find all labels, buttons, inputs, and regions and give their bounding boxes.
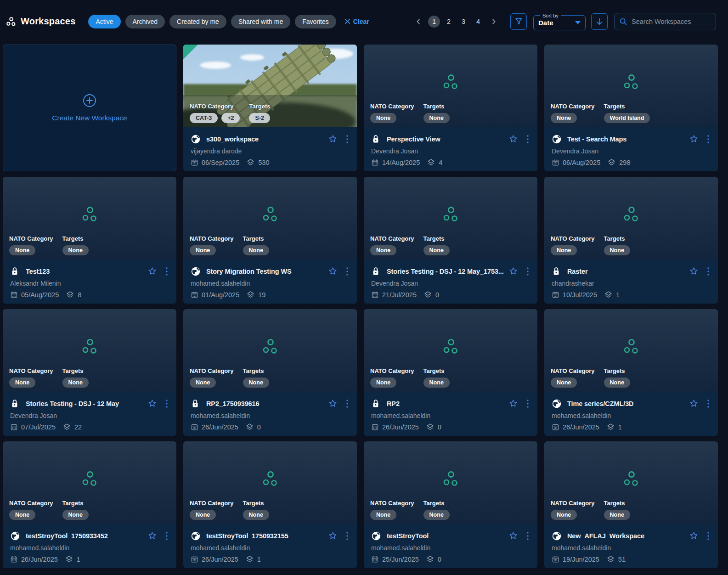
target-chip: None [423,245,450,255]
layers-icon [426,555,435,564]
favorite-star-button[interactable] [688,398,700,409]
target-chips: None [604,245,646,255]
star-icon [508,531,518,541]
nato-category-label: NATO Category [9,367,53,374]
nato-chips: None [9,378,53,388]
pagination-page-1[interactable]: 1 [428,16,440,28]
globe-icon [552,399,563,409]
workspace-card[interactable]: NATO Category CAT-3+2 Targets S-2 [183,45,357,171]
layers-icon [427,158,435,167]
workspace-count: 298 [619,159,630,166]
favorite-star-button[interactable] [327,133,339,145]
brand: Workspaces [6,16,75,27]
workspace-card[interactable]: NATO Category None Targets None [544,441,718,568]
lock-icon [552,266,563,276]
workspace-placeholder-logo-icon [622,205,640,224]
pagination-page-2[interactable]: 2 [443,16,455,28]
workspace-preview: NATO Category None Targets None [3,441,176,524]
globe-icon [191,531,202,541]
target-chips: None [243,378,285,388]
workspace-card[interactable]: NATO Category None Targets None [3,309,176,436]
workspace-count: 51 [618,556,626,563]
favorite-star-button[interactable] [688,133,700,145]
favorite-star-button[interactable] [508,530,519,541]
workspace-title: Stories Testing - DSJ - 12 May [26,400,143,407]
funnel-icon [514,17,523,26]
more-options-button[interactable] [164,266,169,277]
favorite-star-button[interactable] [327,265,339,277]
favorite-star-button[interactable] [147,530,158,541]
filter-button[interactable] [510,13,527,30]
workspace-card[interactable]: NATO Category None Targets None [364,309,537,436]
workspace-title: Test123 [26,268,143,275]
workspace-card[interactable]: NATO Category None Targets None [183,309,357,436]
more-options-button[interactable] [525,134,530,145]
create-new-workspace-card[interactable]: Create New Workspace [3,45,176,171]
workspace-card[interactable]: NATO Category None Targets None [3,441,176,568]
target-chip: None [62,510,89,520]
more-options-button[interactable] [164,530,169,541]
workspace-card[interactable]: NATO Category None Targets None [544,309,718,436]
workspace-card[interactable]: NATO Category None Targets None [544,177,718,304]
kebab-menu-icon [526,135,529,144]
search-input[interactable] [632,18,711,25]
more-options-button[interactable] [345,530,350,541]
favorite-star-button[interactable] [688,265,700,277]
workspace-date: 10/Jul/2025 [563,291,597,299]
filter-pill-shared-with-me[interactable]: Shared with me [231,15,290,28]
workspace-title: New_AFLAJ_Workspace [567,532,684,540]
workspace-card[interactable]: NATO Category None Targets None [183,441,357,568]
favorite-star-button[interactable] [508,265,519,277]
workspace-card-footer: Raster chandrashekar [544,259,718,304]
filter-pill-created-by-me[interactable]: Created by me [169,15,226,28]
more-options-button[interactable] [525,266,530,277]
nato-chip: None [9,510,35,520]
target-chips: None [62,378,105,388]
pagination-prev-button[interactable] [413,17,424,26]
workspace-card[interactable]: NATO Category None Targets None [364,177,537,304]
more-options-button[interactable] [345,266,350,277]
workspace-card-footer: s300_workspace vijayendra darode [183,127,357,171]
filter-pill-favorites[interactable]: Favorites [295,15,336,28]
workspace-card[interactable]: NATO Category None Targets None [364,45,537,171]
pagination-next-button[interactable] [488,17,499,26]
preview-meta: NATO Category None Targets None [9,500,105,520]
more-options-button[interactable] [706,134,711,145]
more-options-button[interactable] [706,266,711,277]
target-chips: None [423,378,466,388]
page-title: Workspaces [21,16,75,27]
more-options-button[interactable] [345,398,350,409]
favorite-star-button[interactable] [327,530,339,541]
pagination-page-4[interactable]: 4 [472,16,484,28]
targets-label: Targets [249,103,291,110]
workspace-card[interactable]: NATO Category None Targets World Island [544,45,718,171]
favorite-star-button[interactable] [688,530,700,541]
workspace-card-footer: New_AFLAJ_Workspace mohamed.salaheldin [544,524,718,568]
more-options-button[interactable] [706,530,711,541]
favorite-star-button[interactable] [327,398,339,409]
workspace-card-footer: RP2 mohamed.salaheldin [364,392,537,436]
favorite-star-button[interactable] [147,398,158,409]
workspace-card[interactable]: NATO Category None Targets None [183,177,357,304]
sort-by-dropdown[interactable]: Sort by Date [533,13,586,30]
calendar-icon [552,291,559,299]
more-options-button[interactable] [525,530,530,541]
more-options-button[interactable] [164,398,169,409]
clear-filters-button[interactable]: Clear [344,18,369,25]
more-options-button[interactable] [706,398,711,409]
filter-pill-active[interactable]: Active [88,15,120,28]
workspace-card-footer: Perspective View Devendra Josan [364,127,537,171]
favorite-star-button[interactable] [508,133,519,145]
targets-label: Targets [423,367,466,374]
workspace-card[interactable]: NATO Category None Targets None [364,441,537,568]
workspace-card[interactable]: NATO Category None Targets None [3,177,176,304]
pagination-page-3[interactable]: 3 [457,16,469,28]
header-tools: 1234 Sort by Date [413,13,716,30]
workspace-card-footer: testStroyTool_1750933452 mohamed.salahel… [3,524,176,568]
more-options-button[interactable] [525,398,530,409]
favorite-star-button[interactable] [147,265,158,277]
more-options-button[interactable] [345,134,350,145]
favorite-star-button[interactable] [508,398,519,409]
filter-pill-archived[interactable]: Archived [125,15,165,28]
sort-direction-button[interactable] [591,13,608,30]
